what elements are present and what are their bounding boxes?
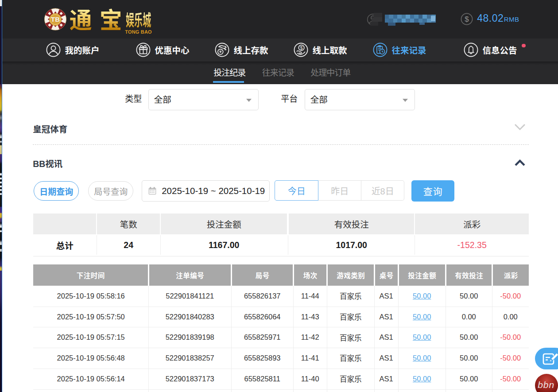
svg-text:$: $ — [300, 45, 303, 50]
svg-text:$: $ — [465, 15, 469, 23]
svg-text:TB: TB — [51, 16, 60, 23]
